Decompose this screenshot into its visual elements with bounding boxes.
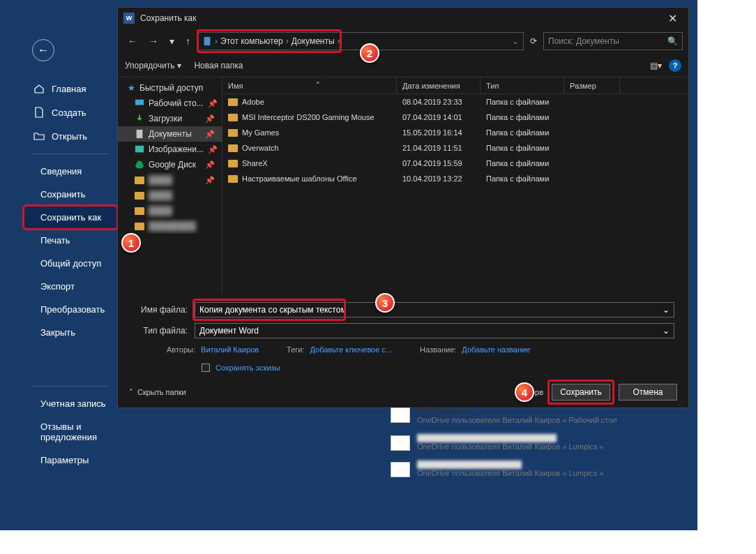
new-folder-button[interactable]: Новая папка [194,61,243,70]
chevron-down-icon[interactable]: ⌄ [663,326,670,336]
separator [32,386,109,387]
download-icon [135,114,144,123]
column-headers: Имя˄ Дата изменения Тип Размер [222,77,688,94]
tags-value[interactable]: Добавьте ключевое с... [310,345,393,354]
title-value[interactable]: Добавьте название [462,345,530,354]
svg-rect-2 [137,130,143,138]
nav-recent[interactable]: ▾ [165,33,179,50]
pin-icon: 📌 [208,145,220,154]
tree-folder[interactable]: ████ [118,188,222,203]
sidebar-item-feedback[interactable]: Отзывы и предложения [24,415,117,449]
close-button[interactable]: ✕ [663,9,683,28]
filetype-label: Тип файла: [132,326,195,336]
sidebar-item-transform[interactable]: Преобразовать [24,298,117,321]
col-size[interactable]: Размер [564,77,620,93]
back-button[interactable]: ← [32,39,54,61]
hide-folders-button[interactable]: ˄ Скрыть папки [129,388,186,397]
svg-rect-1 [135,100,144,105]
tree-folder[interactable]: ████ [118,203,222,218]
pin-icon: 📌 [205,160,218,170]
col-date[interactable]: Дата изменения [397,77,481,93]
sidebar-item-account[interactable]: Учетная запись [24,392,117,415]
gdrive-icon [135,160,144,170]
authors-value[interactable]: Виталий Каиров [201,345,259,354]
breadcrumb-docs[interactable]: Документы [292,36,335,46]
doc-icon [202,36,212,46]
tree-folder[interactable]: ████████ [118,218,222,234]
word-icon: W [123,13,135,24]
help-button[interactable]: ? [669,59,681,72]
sidebar-item-open[interactable]: Открыть [24,124,117,148]
title-label: Название: [420,345,456,354]
svg-rect-3 [135,146,144,153]
nav-back[interactable]: ← [123,33,142,50]
view-mode-button[interactable]: ▤▾ [650,61,662,70]
file-row[interactable]: Overwatch21.04.2019 11:51Папка с файлами [222,140,688,156]
sidebar-item-share[interactable]: Общий доступ [24,252,117,275]
nav-toolbar: ← → ▾ ↑ › Этот компьютер › Документы › ⌄… [118,29,688,54]
recent-locations-behind: Рабочий столOneDrive пользователя Витали… [391,406,690,487]
file-list: Имя˄ Дата изменения Тип Размер Adobe08.0… [222,77,688,294]
folder-icon [135,177,144,184]
cancel-button[interactable]: Отмена [619,384,677,400]
search-input[interactable]: Поиск: Документы 🔍 [543,32,683,50]
list-item[interactable]: Рабочий столOneDrive пользователя Витали… [391,406,690,424]
refresh-button[interactable]: ⟳ [527,36,540,46]
tree-quick-access[interactable]: ★Быстрый доступ [118,80,222,96]
sidebar-item-info[interactable]: Сведения [24,160,117,183]
file-row[interactable]: Настраиваемые шаблоны Office10.04.2019 1… [222,171,688,186]
sidebar-label: Главная [52,84,86,94]
dialog-title: Сохранить как [140,13,196,23]
tree-documents[interactable]: Документы📌 [118,126,222,142]
save-thumbnails-checkbox[interactable]: Сохранять эскизы [132,364,674,372]
col-type[interactable]: Тип [481,77,564,93]
nav-up[interactable]: ↑ [181,33,195,50]
folder-tree: ★Быстрый доступ Рабочий сто...📌 Загрузки… [118,77,222,294]
tree-pictures[interactable]: Изображени...📌 [118,142,222,157]
star-icon: ★ [128,83,135,93]
tree-desktop[interactable]: Рабочий сто...📌 [118,96,222,111]
sidebar-item-print[interactable]: Печать [24,229,117,252]
desktop-icon [135,98,144,108]
search-icon: 🔍 [667,36,678,46]
file-row[interactable]: ShareX07.04.2019 15:59Папка с файлами [222,156,688,171]
sidebar-item-save[interactable]: Сохранить [24,183,117,206]
chevron-down-icon[interactable]: ⌄ [663,305,670,315]
titlebar: W Сохранить как ✕ [118,8,688,29]
pin-icon: 📌 [205,176,218,185]
list-item[interactable]: OneDrive пользователя Виталий Каиров » L… [391,461,690,477]
tree-folder[interactable]: ████📌 [118,172,222,188]
nav-forward[interactable]: → [144,33,162,50]
folder-icon [135,223,144,230]
pin-icon: 📌 [208,99,220,108]
sidebar-item-close[interactable]: Закрыть [24,321,117,344]
breadcrumb-pc[interactable]: Этот компьютер [220,36,283,46]
filetype-select[interactable]: Документ Word ⌄ [195,323,674,338]
file-row[interactable]: MSI Interceptor DS200 Gaming Mouse07.04.… [222,110,688,125]
sidebar-item-options[interactable]: Параметры [24,449,117,472]
tree-gdrive[interactable]: Google Диск📌 [118,157,222,172]
sidebar-item-new[interactable]: Создать [24,100,117,124]
sidebar-label: Открыть [52,131,87,142]
svg-rect-0 [204,37,211,45]
folder-icon [228,144,238,152]
organize-toolbar: Упорядочить ▾ Новая папка ▤▾ ? [118,54,688,77]
resize-grip[interactable]: ⋰ [679,398,686,406]
doc-icon [135,129,144,139]
tags-label: Теги: [287,345,304,354]
image-icon [135,144,144,154]
chevron-down-icon[interactable]: ⌄ [512,36,519,46]
sidebar-item-save-as[interactable]: Сохранить как [24,206,117,229]
filename-input[interactable]: Копия документа со скрытым текстом ⌄ [195,302,674,317]
tree-downloads[interactable]: Загрузки📌 [118,111,222,126]
list-item[interactable]: OneDrive пользователя Виталий Каиров » L… [391,434,690,451]
save-button[interactable]: Сохранить [552,384,610,400]
col-name[interactable]: Имя˄ [222,77,397,93]
file-row[interactable]: My Games15.05.2019 16:14Папка с файлами [222,125,688,140]
file-row[interactable]: Adobe08.04.2019 23:33Папка с файлами [222,94,688,110]
callout-2: 2 [360,43,379,63]
sidebar-item-export[interactable]: Экспорт [24,275,117,298]
organize-button[interactable]: Упорядочить ▾ [125,61,181,70]
sidebar-item-home[interactable]: Главная [24,77,117,100]
folder-icon [135,207,144,215]
